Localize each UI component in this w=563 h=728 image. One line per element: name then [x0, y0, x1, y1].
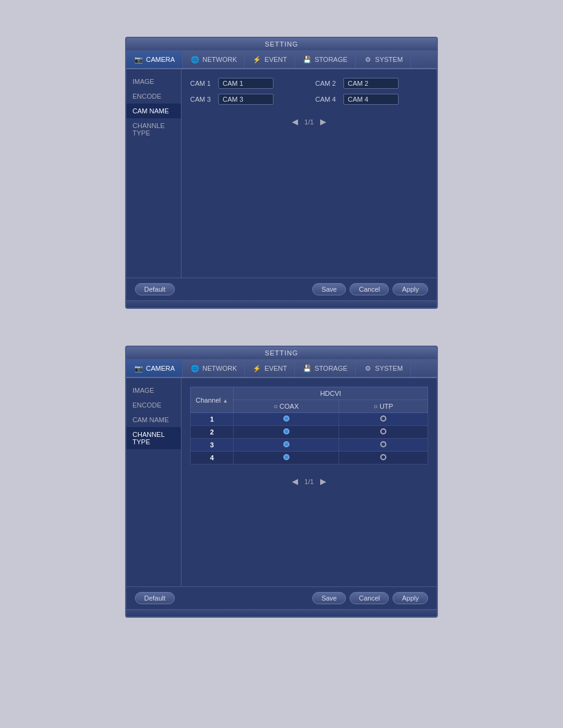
panel2-btn-group: Save Cancel Apply: [312, 592, 428, 604]
apply-button-2[interactable]: Apply: [393, 592, 428, 604]
radio-filled-2-coax: [283, 428, 289, 434]
sort-arrow: ▲: [223, 398, 228, 404]
tab-network-1[interactable]: 🌐 NETWORK: [183, 51, 245, 68]
panel2-sidebar: IMAGE ENCODE CAM NAME CHANNEL TYPE: [126, 378, 182, 586]
tab-system-2[interactable]: ⚙ SYSTEM: [356, 360, 411, 377]
utp-radio-indicator: ○: [373, 403, 380, 410]
panel1-sidebar: IMAGE ENCODE CAM NAME CHANNLE TYPE: [126, 69, 182, 278]
cam2-row: CAM 2: [315, 78, 428, 89]
cam1-label: CAM 1: [190, 80, 213, 87]
panel2-bottom-bar: [126, 609, 437, 616]
panel2-tab-bar: 📷 CAMERA 🌐 NETWORK ⚡ EVENT 💾 STORAGE ⚙ S…: [126, 360, 437, 378]
event-icon-2: ⚡: [252, 363, 262, 373]
radio-empty-2-utp: [380, 428, 386, 434]
sidebar-image-1[interactable]: IMAGE: [126, 74, 181, 89]
radio-filled-3-coax: [283, 441, 289, 447]
system-icon-1: ⚙: [363, 55, 373, 64]
radio-empty-3-utp: [380, 441, 386, 447]
cam4-label: CAM 4: [315, 96, 339, 103]
cam4-row: CAM 4: [315, 94, 428, 105]
cam1-input[interactable]: [218, 78, 274, 89]
page-info-2: 1/1: [304, 478, 313, 485]
tab-camera-1[interactable]: 📷 CAMERA: [126, 51, 183, 68]
table-row: 3: [191, 439, 428, 452]
panel2-setting: SETTING 📷 CAMERA 🌐 NETWORK ⚡ EVENT 💾 STO…: [125, 346, 438, 618]
panel1-setting: SETTING 📷 CAMERA 🌐 NETWORK ⚡ EVENT 💾 STO…: [125, 37, 438, 309]
channel-3-utp[interactable]: [339, 439, 428, 452]
panel1-pagination: ◀ 1/1 ▶: [190, 117, 428, 126]
storage-icon-1: 💾: [302, 55, 312, 64]
prev-page-2[interactable]: ◀: [292, 477, 298, 486]
panel1-bottom-bar: [126, 300, 437, 308]
channel-4-coax[interactable]: [234, 452, 339, 464]
page-info-1: 1/1: [304, 118, 313, 126]
cam2-label: CAM 2: [315, 80, 339, 87]
storage-icon-2: 💾: [302, 363, 312, 373]
tab-network-2[interactable]: 🌐 NETWORK: [183, 360, 245, 377]
panel1-body: IMAGE ENCODE CAM NAME CHANNLE TYPE CAM 1…: [126, 69, 437, 278]
tab-storage-1[interactable]: 💾 STORAGE: [295, 51, 356, 68]
radio-empty-4-utp: [380, 454, 386, 460]
network-icon-2: 🌐: [190, 363, 200, 373]
panel2-title: SETTING: [126, 347, 437, 360]
panel2-main: Channel ▲ HDCVI ○ COAX ○ UTP: [182, 378, 437, 586]
prev-page-1[interactable]: ◀: [292, 117, 298, 126]
tab-camera-2[interactable]: 📷 CAMERA: [126, 360, 183, 377]
channel-type-table: Channel ▲ HDCVI ○ COAX ○ UTP: [190, 387, 428, 464]
hdcvi-header: HDCVI: [234, 387, 428, 400]
cam4-input[interactable]: [343, 94, 399, 105]
col-channel-header: Channel ▲: [191, 387, 234, 413]
channel-1-coax[interactable]: [234, 413, 339, 426]
channel-3-coax[interactable]: [234, 439, 339, 452]
tab-event-2[interactable]: ⚡ EVENT: [245, 360, 295, 377]
channel-1-utp[interactable]: [339, 413, 428, 426]
cam2-input[interactable]: [343, 78, 399, 89]
radio-filled-1-coax: [283, 415, 289, 422]
col-coax-header: ○ COAX: [234, 400, 339, 413]
channel-2-utp[interactable]: [339, 426, 428, 439]
default-button-1[interactable]: Default: [135, 283, 175, 295]
panel1-title: SETTING: [126, 38, 437, 51]
network-icon-1: 🌐: [190, 55, 200, 64]
cancel-button-2[interactable]: Cancel: [350, 592, 389, 604]
cam1-row: CAM 1: [190, 78, 303, 89]
cam-name-grid: CAM 1 CAM 2 CAM 3 CAM 4: [190, 78, 428, 105]
tab-storage-2[interactable]: 💾 STORAGE: [295, 360, 356, 377]
panel2-body: IMAGE ENCODE CAM NAME CHANNEL TYPE Chann…: [126, 378, 437, 586]
channel-3-cell: 3: [191, 439, 234, 452]
sidebar-encode-1[interactable]: ENCODE: [126, 89, 181, 104]
sidebar-channeltype-2[interactable]: CHANNEL TYPE: [126, 427, 181, 449]
panel2-pagination: ◀ 1/1 ▶: [190, 477, 428, 486]
cam3-input[interactable]: [218, 94, 274, 105]
radio-filled-4-coax: [283, 454, 289, 460]
panel1-tab-bar: 📷 CAMERA 🌐 NETWORK ⚡ EVENT 💾 STORAGE ⚙ S…: [126, 51, 437, 69]
sidebar-camname-1[interactable]: CAM NAME: [126, 104, 181, 118]
channel-4-cell: 4: [191, 452, 234, 464]
cam3-label: CAM 3: [190, 96, 213, 103]
save-button-1[interactable]: Save: [312, 283, 346, 295]
panel1-main: CAM 1 CAM 2 CAM 3 CAM 4 ◀ 1/1: [182, 69, 437, 278]
apply-button-1[interactable]: Apply: [393, 283, 428, 295]
default-button-2[interactable]: Default: [135, 592, 175, 604]
sidebar-channletype-1[interactable]: CHANNLE TYPE: [126, 118, 181, 140]
camera-icon-1: 📷: [134, 55, 144, 64]
channel-2-coax[interactable]: [234, 426, 339, 439]
save-button-2[interactable]: Save: [312, 592, 346, 604]
cam3-row: CAM 3: [190, 94, 303, 105]
radio-empty-1-utp: [380, 415, 386, 422]
next-page-1[interactable]: ▶: [320, 117, 326, 126]
coax-radio-indicator: ○: [274, 403, 280, 410]
sidebar-encode-2[interactable]: ENCODE: [126, 398, 181, 412]
channel-4-utp[interactable]: [339, 452, 428, 464]
sidebar-camname-2[interactable]: CAM NAME: [126, 412, 181, 427]
channel-1-cell: 1: [191, 413, 234, 426]
next-page-2[interactable]: ▶: [320, 477, 326, 486]
camera-icon-2: 📷: [134, 363, 144, 373]
panel1-button-bar: Default Save Cancel Apply: [126, 278, 437, 300]
panel2-button-bar: Default Save Cancel Apply: [126, 586, 437, 609]
tab-event-1[interactable]: ⚡ EVENT: [245, 51, 295, 68]
sidebar-image-2[interactable]: IMAGE: [126, 383, 181, 398]
tab-system-1[interactable]: ⚙ SYSTEM: [356, 51, 411, 68]
channel-2-cell: 2: [191, 426, 234, 439]
cancel-button-1[interactable]: Cancel: [350, 283, 389, 295]
